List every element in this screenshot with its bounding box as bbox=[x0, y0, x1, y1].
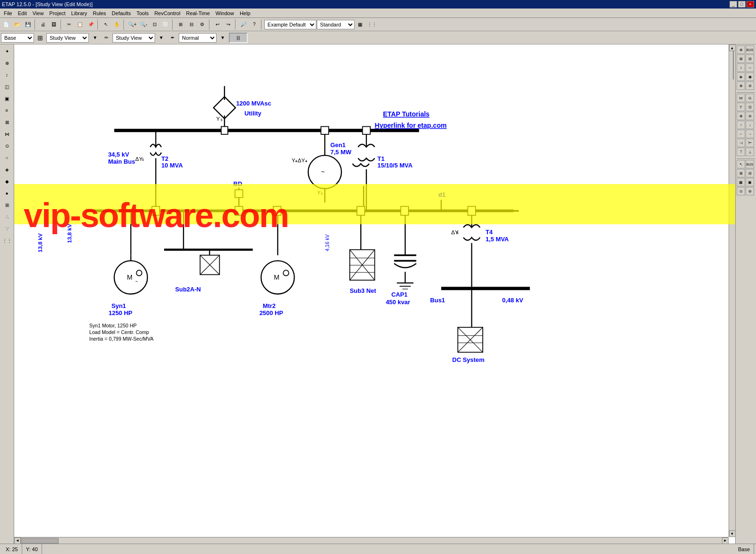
left-btn-13[interactable]: ● bbox=[1, 187, 13, 199]
menu-defaults[interactable]: Defaults bbox=[109, 9, 133, 17]
menu-edit[interactable]: Edit bbox=[15, 9, 30, 17]
profile-dropdown[interactable]: Example Default bbox=[264, 20, 316, 29]
menu-realtime[interactable]: Real-Time bbox=[183, 9, 212, 17]
left-btn-6[interactable]: ≡ bbox=[1, 105, 13, 116]
snap-button[interactable]: ⊟ bbox=[186, 19, 197, 30]
print-button[interactable]: 🖨 bbox=[38, 19, 48, 30]
menu-help[interactable]: Help bbox=[237, 9, 253, 17]
right-icon-2[interactable]: ⊞ bbox=[737, 54, 745, 63]
hscroll-track[interactable] bbox=[21, 537, 722, 544]
right-icon-1[interactable]: ⊕ bbox=[737, 45, 745, 54]
find-button[interactable]: 🔎 bbox=[238, 19, 249, 30]
special-btn[interactable]: ||| bbox=[229, 33, 248, 43]
left-btn-14[interactable]: ⊞ bbox=[1, 199, 13, 211]
right-icon-20[interactable]: ⊣ bbox=[737, 139, 745, 147]
right-icon-21[interactable]: ⊢ bbox=[746, 139, 754, 147]
right-icon-9[interactable]: ⊘ bbox=[746, 81, 754, 90]
zoom-fit-button[interactable]: ⊡ bbox=[149, 19, 160, 30]
right-icon-16[interactable]: ↑ bbox=[737, 121, 745, 129]
config-icon[interactable]: ⊞ bbox=[35, 33, 45, 43]
right-icon-5[interactable]: ↔ bbox=[746, 63, 754, 72]
right-icon-29[interactable]: ▣ bbox=[746, 178, 754, 186]
scroll-left-arrow[interactable]: ◄ bbox=[14, 537, 21, 544]
zoom-window-button[interactable]: ⬜ bbox=[160, 19, 171, 30]
vscroll-thumb[interactable] bbox=[733, 51, 734, 79]
bus-label-bottom[interactable]: BUS bbox=[746, 160, 754, 168]
menu-tools[interactable]: Tools bbox=[134, 9, 152, 17]
right-icon-11[interactable]: G bbox=[746, 94, 754, 102]
menu-view[interactable]: View bbox=[30, 9, 47, 17]
menu-rules[interactable]: Rules bbox=[90, 9, 109, 17]
left-btn-7[interactable]: ⊠ bbox=[1, 116, 13, 128]
left-btn-9[interactable]: ⊙ bbox=[1, 140, 13, 151]
right-icon-4[interactable]: ↕ bbox=[737, 63, 745, 72]
right-icon-19[interactable]: → bbox=[746, 130, 754, 138]
horizontal-scrollbar[interactable]: ◄ ► bbox=[14, 537, 729, 544]
right-icon-8[interactable]: ⊗ bbox=[737, 81, 745, 90]
left-btn-10[interactable]: ○ bbox=[1, 152, 13, 163]
right-icon-28[interactable]: ▦ bbox=[737, 178, 745, 186]
vertical-scrollbar[interactable]: ▲ ▼ bbox=[729, 44, 735, 537]
arrow-btn3[interactable]: ▼ bbox=[217, 33, 228, 43]
maximize-outer[interactable]: □ bbox=[738, 1, 746, 8]
studyview-dropdown2[interactable]: Study View bbox=[113, 33, 155, 43]
left-btn-16[interactable]: ∵ bbox=[1, 223, 13, 234]
grid-button[interactable]: ⊞ bbox=[175, 19, 186, 30]
left-btn-8[interactable]: ⋈ bbox=[1, 128, 13, 140]
right-icon-27[interactable]: ⊟ bbox=[746, 169, 754, 177]
right-icon-30[interactable]: ⊙ bbox=[737, 187, 745, 195]
arrow-btn2[interactable]: ▼ bbox=[156, 33, 166, 43]
pen-icon[interactable]: ✒ bbox=[167, 33, 178, 43]
hand-button[interactable]: ✋ bbox=[112, 19, 122, 30]
hscroll-thumb[interactable] bbox=[21, 538, 59, 544]
cursor-button[interactable]: ↖ bbox=[101, 19, 111, 30]
left-btn-4[interactable]: ◫ bbox=[1, 81, 13, 92]
base-dropdown[interactable]: Base bbox=[1, 33, 34, 43]
right-icon-18[interactable]: ← bbox=[737, 130, 745, 138]
menu-project[interactable]: Project bbox=[46, 9, 68, 17]
open-button[interactable]: 📂 bbox=[12, 19, 22, 30]
right-icon-14[interactable]: ⊕ bbox=[737, 112, 745, 120]
help-button[interactable]: ? bbox=[249, 19, 260, 30]
left-btn-3[interactable]: ↕ bbox=[1, 69, 13, 80]
undo-button[interactable]: ↩ bbox=[212, 19, 223, 30]
save-button[interactable]: 💾 bbox=[23, 19, 33, 30]
left-btn-17[interactable]: ⋮⋮ bbox=[1, 235, 13, 246]
zoom-in-button[interactable]: 🔍+ bbox=[127, 19, 138, 30]
main-canvas[interactable]: Y s 1200 MVAsc Utility ~ Y k Gen1 7,5 MW… bbox=[14, 44, 735, 544]
normal-dropdown[interactable]: Normal bbox=[179, 33, 217, 43]
redo-button[interactable]: ↪ bbox=[223, 19, 234, 30]
right-icon-31[interactable]: ⊚ bbox=[746, 187, 754, 195]
right-icon-7[interactable]: ◉ bbox=[746, 72, 754, 81]
minimize-outer[interactable]: _ bbox=[730, 1, 737, 8]
right-icon-15[interactable]: ⊖ bbox=[746, 112, 754, 120]
right-icon-13[interactable]: ⊡ bbox=[746, 103, 754, 111]
left-btn-2[interactable]: ⊕ bbox=[1, 57, 13, 69]
menu-library[interactable]: Library bbox=[69, 9, 90, 17]
scroll-right-arrow[interactable]: ► bbox=[722, 537, 729, 544]
new-button[interactable]: 📄 bbox=[1, 19, 11, 30]
menu-window[interactable]: Window bbox=[213, 9, 237, 17]
cut-button[interactable]: ✂ bbox=[64, 19, 74, 30]
right-icon-10[interactable]: M bbox=[737, 94, 745, 102]
bus-label-top[interactable]: BUS bbox=[746, 45, 754, 54]
copy-button[interactable]: 📋 bbox=[75, 19, 85, 30]
edit-icon[interactable]: ✏ bbox=[101, 33, 112, 43]
paste-button[interactable]: 📌 bbox=[86, 19, 96, 30]
menu-file[interactable]: File bbox=[1, 9, 15, 17]
studyview-dropdown1[interactable]: Study View bbox=[46, 33, 89, 43]
left-btn-11[interactable]: ◈ bbox=[1, 164, 13, 175]
right-icon-23[interactable]: ⊥ bbox=[746, 148, 754, 156]
left-btn-15[interactable]: ∴ bbox=[1, 211, 13, 222]
right-icon-12[interactable]: T bbox=[737, 103, 745, 111]
right-icon-22[interactable]: ⊤ bbox=[737, 148, 745, 156]
left-btn-5[interactable]: ▣ bbox=[1, 93, 13, 104]
left-btn-1[interactable]: ✦ bbox=[1, 45, 13, 57]
close-outer[interactable]: × bbox=[747, 1, 754, 8]
right-icon-6[interactable]: ◈ bbox=[737, 72, 745, 81]
scroll-down-arrow[interactable]: ▼ bbox=[729, 530, 736, 537]
right-icon-26[interactable]: ⊞ bbox=[737, 169, 745, 177]
scroll-up-arrow[interactable]: ▲ bbox=[729, 44, 736, 51]
arrow-btn1[interactable]: ▼ bbox=[90, 33, 100, 43]
cursor-icon[interactable]: ↖ bbox=[737, 160, 745, 168]
